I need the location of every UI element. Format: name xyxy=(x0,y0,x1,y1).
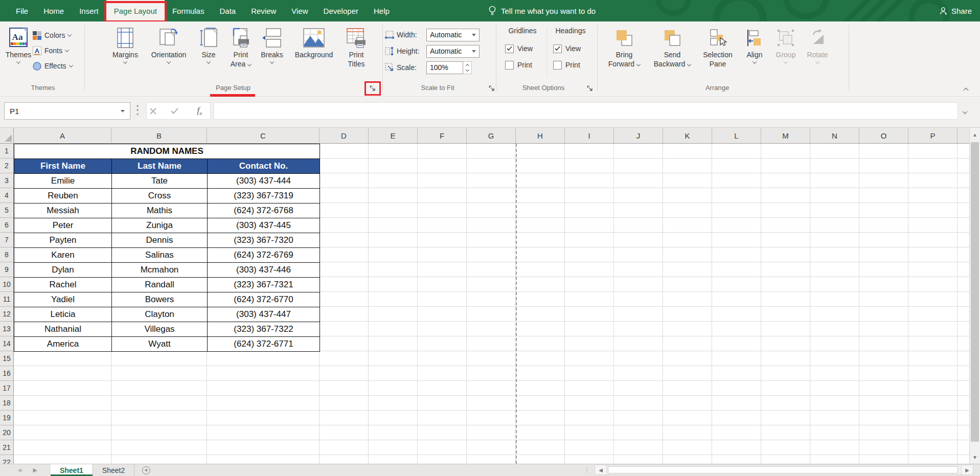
print-area-button[interactable]: Print Area xyxy=(227,26,254,82)
gridlines-view-option[interactable]: View xyxy=(505,43,533,54)
horizontal-scrollbar[interactable]: ⋮ ◀ ▶ xyxy=(584,464,973,475)
column-header[interactable]: B xyxy=(111,128,207,143)
new-sheet-button[interactable]: + xyxy=(134,464,158,476)
selection-pane-button[interactable]: Selection Pane xyxy=(699,26,737,82)
cell-first-name[interactable]: Messiah xyxy=(14,203,112,218)
cell-last-name[interactable]: Tate xyxy=(112,174,208,189)
column-header[interactable]: E xyxy=(369,128,418,143)
cell-first-name[interactable]: Reuben xyxy=(14,189,112,203)
cell-last-name[interactable]: Mathis xyxy=(112,203,208,218)
cell-last-name[interactable]: Wyatt xyxy=(112,337,208,352)
ribbon-tab[interactable]: Help xyxy=(366,0,397,21)
colors-button[interactable]: Colors xyxy=(33,29,82,42)
themes-button[interactable]: Aa Themes xyxy=(3,26,34,82)
scale-input[interactable]: 100% xyxy=(426,61,463,74)
next-sheet-button[interactable]: ▶ xyxy=(33,467,37,473)
table-title-cell[interactable]: RANDOM NAMES xyxy=(14,144,320,159)
cell-last-name[interactable]: Mcmahon xyxy=(112,263,208,278)
column-header[interactable]: F xyxy=(418,128,467,143)
background-button[interactable]: Background xyxy=(290,26,337,82)
cell-contact-no[interactable]: (624) 372-6771 xyxy=(208,337,320,352)
vertical-scroll-thumb[interactable] xyxy=(971,142,979,442)
row-header[interactable]: 1 xyxy=(0,144,13,158)
row-header[interactable]: 12 xyxy=(0,307,13,322)
scale-spinner[interactable] xyxy=(463,61,472,74)
size-button[interactable]: Size xyxy=(196,26,221,82)
breaks-button[interactable]: Breaks xyxy=(258,26,286,82)
column-header[interactable]: L xyxy=(712,128,761,143)
ribbon-tab[interactable]: Developer xyxy=(316,0,366,21)
sheet-tab-sheet2[interactable]: Sheet2 xyxy=(93,464,134,476)
prev-sheet-button[interactable]: ◀ xyxy=(17,467,21,473)
row-header[interactable]: 19 xyxy=(0,411,13,425)
cell-contact-no[interactable]: (624) 372-6770 xyxy=(208,292,320,307)
row-header[interactable]: 22 xyxy=(0,455,13,464)
width-dropdown[interactable]: Automatic xyxy=(426,29,480,41)
ribbon-tab[interactable]: View xyxy=(284,0,315,21)
row-header[interactable]: 7 xyxy=(0,233,13,247)
vertical-scrollbar[interactable]: ▲ ▼ xyxy=(969,128,980,464)
bring-forward-button[interactable]: Bring Forward xyxy=(604,26,644,82)
row-header[interactable]: 10 xyxy=(0,277,13,292)
tell-me-box[interactable]: Tell me what you want to do xyxy=(488,0,596,21)
headings-view-option[interactable]: View xyxy=(553,43,581,54)
cell-contact-no[interactable]: (323) 367-7322 xyxy=(208,322,320,337)
cell-first-name[interactable]: Yadiel xyxy=(14,292,112,307)
name-box-dropdown-icon[interactable] xyxy=(121,110,125,112)
cancel-formula-button[interactable] xyxy=(150,108,165,115)
cell-first-name[interactable]: Payten xyxy=(14,233,112,248)
cell-contact-no[interactable]: (624) 372-6769 xyxy=(208,248,320,263)
height-dropdown[interactable]: Automatic xyxy=(426,45,480,58)
cell-first-name[interactable]: Dylan xyxy=(14,263,112,278)
horizontal-scroll-track[interactable] xyxy=(607,465,961,475)
margins-button[interactable]: Margins xyxy=(109,26,142,82)
gridlines-print-checkbox[interactable] xyxy=(505,61,514,70)
ribbon-tab[interactable]: Review xyxy=(243,0,284,21)
rotate-button[interactable]: Rotate xyxy=(804,26,831,82)
ribbon-tab[interactable]: Data xyxy=(212,0,243,21)
share-button[interactable]: Share xyxy=(940,0,972,21)
row-header[interactable]: 18 xyxy=(0,396,13,411)
row-header[interactable]: 15 xyxy=(0,351,13,366)
group-button[interactable]: Group xyxy=(772,26,800,82)
row-header[interactable]: 4 xyxy=(0,188,13,203)
cell-first-name[interactable]: Rachel xyxy=(14,278,112,292)
cell-last-name[interactable]: Villegas xyxy=(112,322,208,337)
row-header[interactable]: 3 xyxy=(0,173,13,188)
header-first-name[interactable]: First Name xyxy=(14,159,112,174)
row-header[interactable]: 20 xyxy=(0,425,13,440)
fonts-button[interactable]: A Fonts xyxy=(33,44,82,57)
tab-split-grip[interactable]: ⋮ xyxy=(584,466,590,473)
cell-last-name[interactable]: Bowers xyxy=(112,292,208,307)
cell-contact-no[interactable]: (303) 437-446 xyxy=(208,263,320,278)
insert-function-button[interactable]: fx xyxy=(192,105,207,116)
ribbon-tab[interactable]: Page Layout xyxy=(106,0,165,21)
row-header[interactable]: 17 xyxy=(0,381,13,396)
cell-contact-no[interactable]: (624) 372-6768 xyxy=(208,203,320,218)
row-header[interactable]: 6 xyxy=(0,218,13,233)
column-header[interactable]: O xyxy=(859,128,908,143)
row-header[interactable]: 5 xyxy=(0,203,13,218)
cell-last-name[interactable]: Cross xyxy=(112,189,208,203)
cell-contact-no[interactable]: (323) 367-7321 xyxy=(208,278,320,292)
headings-print-option[interactable]: Print xyxy=(553,59,580,71)
header-contact-no[interactable]: Contact No. xyxy=(208,159,320,174)
select-all-corner[interactable] xyxy=(0,128,14,144)
row-header[interactable]: 14 xyxy=(0,336,13,351)
column-header[interactable]: A xyxy=(14,128,111,143)
row-header[interactable]: 13 xyxy=(0,322,13,336)
cell-last-name[interactable]: Clayton xyxy=(112,307,208,322)
header-last-name[interactable]: Last Name xyxy=(112,159,208,174)
cell-contact-no[interactable]: (303) 437-447 xyxy=(208,307,320,322)
page-setup-dialog-launcher[interactable] xyxy=(367,83,378,94)
column-header[interactable]: H xyxy=(516,128,565,143)
cell-contact-no[interactable]: (323) 367-7320 xyxy=(208,233,320,248)
scroll-up-button[interactable]: ▲ xyxy=(970,128,980,141)
cell-first-name[interactable]: Leticia xyxy=(14,307,112,322)
formula-input[interactable] xyxy=(214,102,958,120)
cell-first-name[interactable]: America xyxy=(14,337,112,352)
row-header[interactable]: 9 xyxy=(0,262,13,277)
cell-contact-no[interactable]: (323) 367-7319 xyxy=(208,189,320,203)
cell-first-name[interactable]: Nathanial xyxy=(14,322,112,337)
enter-formula-button[interactable] xyxy=(171,108,186,114)
